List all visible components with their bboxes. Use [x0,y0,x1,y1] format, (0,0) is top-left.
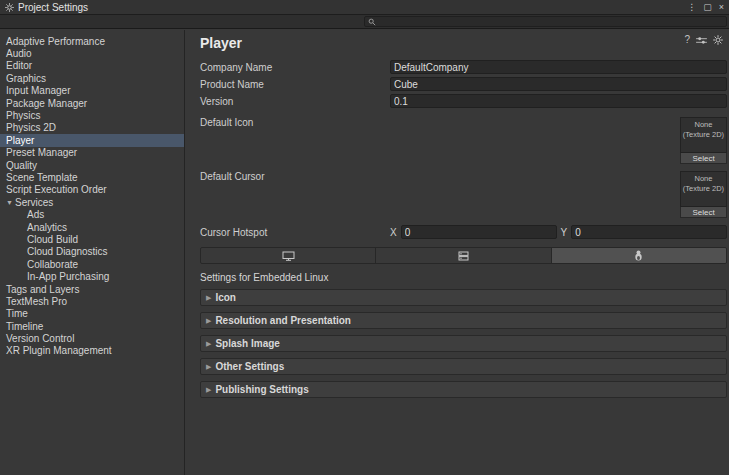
section-label: Icon [215,292,236,303]
sidebar-item[interactable]: Preset Manager [0,147,184,159]
sidebar-item[interactable]: Audio [0,47,184,59]
sidebar-item[interactable]: Timeline [0,320,184,332]
section-label: Splash Image [215,338,279,349]
sidebar-item-label: Quality [6,160,37,171]
default-icon-picker: None (Texture 2D) Select [680,117,727,164]
default-cursor-select-button[interactable]: Select [680,207,727,218]
player-form: Company Name Product Name Version Defaul… [186,60,729,239]
sidebar-item-label: Adaptive Performance [6,36,105,47]
section-header[interactable]: ▶ Other Settings [200,358,727,375]
sidebar-item[interactable]: Script Execution Order [0,184,184,196]
default-cursor-object-field[interactable]: None (Texture 2D) [680,171,727,207]
platform-tab-bar [200,247,727,264]
sidebar-item-label: Timeline [6,321,43,332]
tab-desktop[interactable] [201,248,376,263]
default-icon-row: Default Icon None (Texture 2D) Select [200,117,727,164]
sidebar-item[interactable]: Version Control [0,332,184,344]
sidebar-item[interactable]: TextMesh Pro [0,295,184,307]
sidebar-item[interactable]: Graphics [0,72,184,84]
section-label: Publishing Settings [215,384,308,395]
sidebar-item-label: Time [6,308,28,319]
sidebar-item[interactable]: Cloud Diagnostics [0,246,184,258]
section-header[interactable]: ▶ Icon [200,289,727,306]
collapse-arrow-icon: ▶ [206,340,211,348]
sidebar: Adaptive Performance Audio Editor Graphi… [0,30,185,475]
section-header[interactable]: ▶ Publishing Settings [200,381,727,398]
default-icon-select-button[interactable]: Select [680,153,727,164]
collapse-arrow-icon: ▶ [206,294,211,302]
settings-for-platform-label: Settings for Embedded Linux [200,272,729,283]
window-title: Project Settings [18,2,88,13]
main-panel: Player ? [186,30,729,475]
field-input[interactable] [390,94,727,108]
sidebar-item[interactable]: XR Plugin Management [0,345,184,357]
more-gear-icon[interactable] [713,35,723,45]
sidebar-item[interactable]: Physics 2D [0,122,184,134]
foldout-arrow-icon: ▼ [6,199,15,206]
form-row: Version [200,94,727,108]
object-type-label: (Texture 2D) [683,130,724,140]
section-label: Resolution and Presentation [215,315,351,326]
sidebar-item-label: Preset Manager [6,147,77,158]
sidebar-item[interactable]: Scene Template [0,171,184,183]
default-icon-object-field[interactable]: None (Texture 2D) [680,117,727,153]
sidebar-item-label: XR Plugin Management [6,345,112,356]
tab-dedicated-server[interactable] [376,248,551,263]
field-input[interactable] [390,77,727,91]
sidebar-item[interactable]: Physics [0,109,184,121]
default-cursor-label: Default Cursor [200,171,390,182]
sidebar-item[interactable]: Collaborate [0,258,184,270]
search-box[interactable] [364,16,727,27]
header-icons: ? [684,35,723,45]
sidebar-item[interactable]: Time [0,308,184,320]
sidebar-item-label: Ads [27,209,44,220]
titlebar: Project Settings ⋮ ▢ × [0,0,729,15]
sidebar-item[interactable]: Player [0,134,184,146]
sidebar-item-label: Cloud Build [27,234,78,245]
section-header[interactable]: ▶ Splash Image [200,335,727,352]
sidebar-item[interactable]: Analytics [0,221,184,233]
x-axis-label: X [390,227,397,238]
field-label: Version [200,96,390,107]
main-header: Player ? [186,30,729,60]
section-label: Other Settings [215,361,284,372]
sidebar-item[interactable]: In-App Purchasing [0,270,184,282]
default-icon-label: Default Icon [200,117,390,128]
sidebar-item[interactable]: Ads [0,208,184,220]
app-gear-icon [5,3,14,12]
dedicated-server-icon [458,251,469,261]
toolbar [0,15,729,29]
text-field-rows: Company Name Product Name Version [200,60,727,108]
object-none-label: None [695,174,713,184]
maximize-icon[interactable]: ▢ [703,3,712,12]
sidebar-item[interactable]: Quality [0,159,184,171]
sidebar-item-label: Physics 2D [6,122,56,133]
tab-embedded-linux[interactable] [552,248,726,263]
cursor-hotspot-fields: X Y [390,225,727,239]
field-label: Product Name [200,79,390,90]
help-icon[interactable]: ? [684,35,690,45]
sidebar-item[interactable]: Package Manager [0,97,184,109]
window-menu-icon[interactable]: ⋮ [687,3,696,12]
settings-sections: ▶ Icon ▶ Resolution and Presentation ▶ S… [200,289,727,398]
sidebar-item-label: Player [6,135,34,146]
close-icon[interactable]: × [719,3,724,12]
form-row: Company Name [200,60,727,74]
sidebar-item[interactable]: Adaptive Performance [0,35,184,47]
section-header[interactable]: ▶ Resolution and Presentation [200,312,727,329]
sidebar-item-label: Cloud Diagnostics [27,246,108,257]
cursor-hotspot-x-input[interactable] [401,225,557,239]
page-title: Player [200,35,242,51]
search-input[interactable] [379,17,723,27]
collapse-arrow-icon: ▶ [206,363,211,371]
sidebar-item[interactable]: Tags and Layers [0,283,184,295]
sidebar-item-label: Services [15,197,53,208]
sidebar-item[interactable]: Editor [0,60,184,72]
presets-icon[interactable] [696,36,707,45]
sidebar-item[interactable]: Cloud Build [0,233,184,245]
cursor-hotspot-y-input[interactable] [571,225,727,239]
sidebar-item[interactable]: Input Manager [0,85,184,97]
field-label: Company Name [200,62,390,73]
field-input[interactable] [390,60,727,74]
sidebar-item[interactable]: ▼ Services [0,196,184,208]
